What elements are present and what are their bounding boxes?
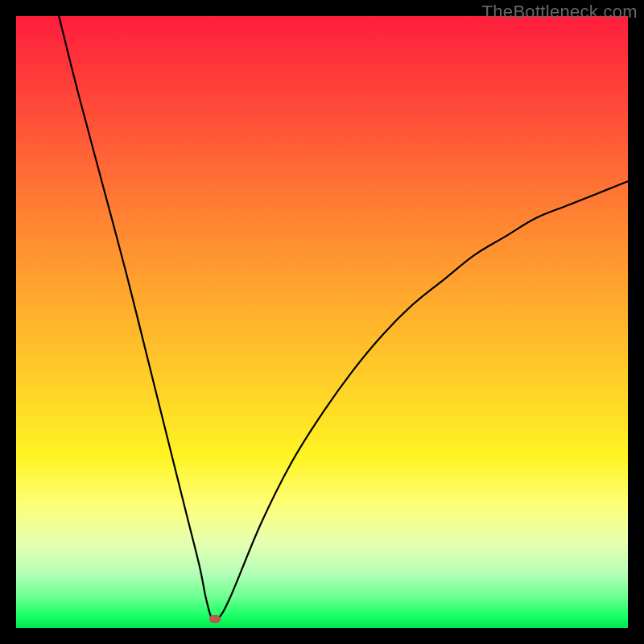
chart-frame: TheBottleneck.com bbox=[0, 0, 644, 644]
minimum-marker bbox=[209, 615, 221, 623]
watermark-text: TheBottleneck.com bbox=[482, 2, 638, 23]
bottleneck-curve bbox=[16, 16, 628, 628]
plot-area bbox=[16, 16, 628, 628]
